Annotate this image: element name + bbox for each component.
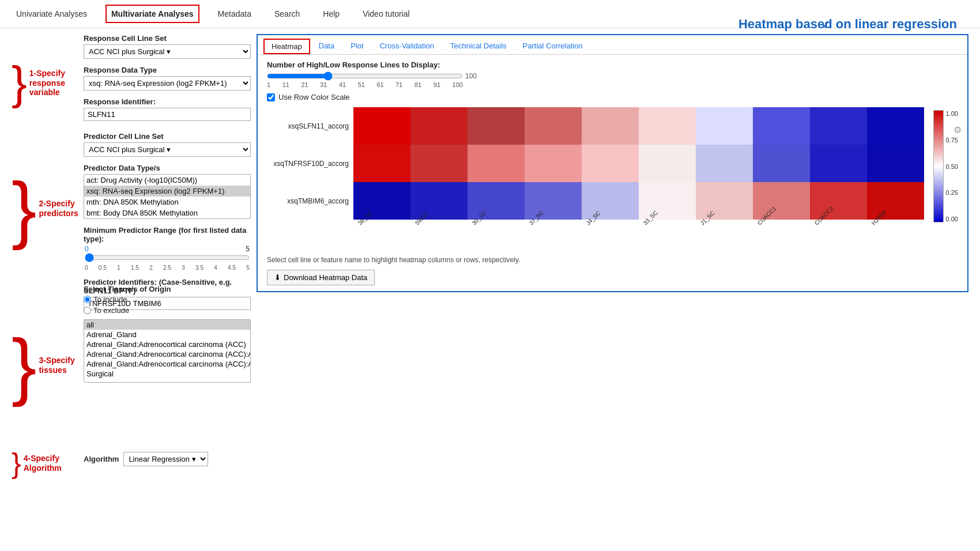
sections-column: } 1-Specifyresponsevariable Response Cel… bbox=[12, 34, 251, 481]
nav-search[interactable]: Search bbox=[270, 6, 304, 22]
algorithm-select[interactable]: Linear Regression ▾ bbox=[123, 452, 208, 466]
color-scale-label: Use Row Color Scale bbox=[278, 93, 350, 101]
response-identifier-group: Response Identifier: bbox=[84, 97, 251, 121]
cell-1-7[interactable] bbox=[753, 145, 810, 182]
heatmap-grid: xsqSLFN11_accorg xsq bbox=[267, 107, 924, 220]
cell-1-5[interactable] bbox=[639, 145, 696, 182]
heatmap-main: xsqSLFN11_accorg xsq bbox=[267, 107, 958, 254]
cell-1-2[interactable] bbox=[468, 145, 525, 182]
cell-0-2[interactable] bbox=[468, 107, 525, 145]
cell-0-8[interactable] bbox=[810, 107, 867, 145]
row-label-2: xsqTMBIM6_accorg bbox=[267, 182, 353, 220]
section-2-wrapper: } 2-Specifypredictors Predictor Cell Lin… bbox=[12, 132, 251, 285]
tissue-adrenal-acc-surgical[interactable]: Adrenal_Gland:Adrenocortical carcinoma (… bbox=[84, 359, 250, 369]
cell-1-8[interactable] bbox=[810, 145, 867, 182]
tab-technical[interactable]: Technical Details bbox=[443, 39, 514, 54]
predictor-data-types-list[interactable]: act: Drug Activity (-log10(IC50M)) xsq: … bbox=[84, 174, 251, 219]
response-identifier-label: Response Identifier: bbox=[84, 97, 251, 106]
section-3-label: } 3-Specifytissues bbox=[12, 285, 78, 446]
cell-1-9[interactable] bbox=[867, 145, 924, 182]
download-heatmap-button[interactable]: ⬇ Download Heatmap Data bbox=[267, 270, 375, 285]
tissue-all[interactable]: all bbox=[84, 320, 250, 330]
tab-heatmap[interactable]: Heatmap bbox=[263, 39, 310, 54]
response-cell-line-group: Response Cell Line Set ACC NCI plus Surg… bbox=[84, 34, 251, 59]
left-panel-section-1: Response Cell Line Set ACC NCI plus Surg… bbox=[78, 34, 251, 132]
predictor-cell-line-select[interactable]: ACC NCI plus Surgical ▾ bbox=[84, 142, 251, 157]
cell-1-1[interactable] bbox=[410, 145, 468, 182]
layout-outer: } 1-Specifyresponsevariable Response Cel… bbox=[12, 34, 251, 481]
cell-0-3[interactable] bbox=[525, 107, 582, 145]
tab-cross-validation[interactable]: Cross-Validation bbox=[372, 39, 442, 54]
legend-val-000: 0.00 bbox=[946, 216, 958, 222]
legend-val-100: 1.00 bbox=[946, 110, 958, 117]
tab-data[interactable]: Data bbox=[311, 39, 342, 54]
cell-0-1[interactable] bbox=[410, 107, 468, 145]
row-label-0: xsqSLFN11_accorg bbox=[267, 107, 353, 145]
right-panel-outer: Heatmap based on linear regression ↙ Hea… bbox=[257, 34, 968, 481]
tab-partial-correlation[interactable]: Partial Correlation bbox=[515, 39, 590, 54]
slider-numbers: 1112131415161718191100 bbox=[267, 81, 463, 88]
section-1-label: } 1-Specifyresponsevariable bbox=[12, 34, 78, 132]
col-label-spacer bbox=[267, 222, 353, 254]
section-3-wrapper: } 3-Specifytissues Select Tissue/s of Or… bbox=[12, 285, 251, 446]
title-arrow: ↙ bbox=[821, 18, 830, 31]
response-data-type-group: Response Data Type xsq: RNA-seq Expressi… bbox=[84, 66, 251, 90]
tissue-adrenal-acc-cell[interactable]: Adrenal_Gland:Adrenocortical carcinoma (… bbox=[84, 349, 250, 359]
min-predictor-slider[interactable] bbox=[85, 253, 250, 262]
cell-1-4[interactable] bbox=[582, 145, 639, 182]
nav-help[interactable]: Help bbox=[318, 6, 344, 22]
response-cell-line-label: Response Cell Line Set bbox=[84, 34, 251, 43]
response-data-type-label: Response Data Type bbox=[84, 66, 251, 74]
predictor-data-types-group: Predictor Data Type/s act: Drug Activity… bbox=[84, 164, 251, 219]
cell-0-5[interactable] bbox=[639, 107, 696, 145]
cell-0-0[interactable] bbox=[353, 107, 410, 145]
tissue-include-radio[interactable]: To include bbox=[84, 295, 251, 304]
response-lines-slider[interactable] bbox=[267, 71, 463, 81]
response-data-type-select[interactable]: xsq: RNA-seq Expression (log2 FPKM+1) bbox=[84, 76, 251, 90]
section-4-text: 4-SpecifyAlgorithm bbox=[24, 454, 62, 473]
tab-plot[interactable]: Plot bbox=[343, 39, 371, 54]
cell-1-0[interactable] bbox=[353, 145, 410, 182]
legend-val-075: 0.75 bbox=[946, 137, 958, 144]
predictor-option-mth[interactable]: mth: DNA 850K Methylation bbox=[84, 197, 250, 207]
cell-0-9[interactable] bbox=[867, 107, 924, 145]
section-4-wrapper: } 4-SpecifyAlgorithm Algorithm Linear Re… bbox=[12, 446, 251, 481]
response-identifier-input[interactable] bbox=[84, 108, 251, 121]
color-scale-checkbox[interactable] bbox=[267, 93, 275, 101]
cell-1-6[interactable] bbox=[696, 145, 753, 182]
cell-0-7[interactable] bbox=[753, 107, 810, 145]
tissue-list[interactable]: all Adrenal_Gland Adrenal_Gland:Adrenoco… bbox=[84, 319, 251, 383]
left-panel-section-2: Predictor Cell Line Set ACC NCI plus Sur… bbox=[78, 132, 251, 285]
section-1-wrapper: } 1-Specifyresponsevariable Response Cel… bbox=[12, 34, 251, 132]
tissue-include-radio-input[interactable] bbox=[84, 296, 91, 303]
min-predictor-slider-container: 0 5 00.511.522.533.544.55 bbox=[84, 245, 251, 271]
tissue-exclude-radio[interactable]: To exclude bbox=[84, 306, 251, 315]
section-2-text: 2-Specifypredictors bbox=[39, 199, 78, 218]
tissue-exclude-label: To exclude bbox=[93, 306, 129, 315]
predictor-option-xsq[interactable]: xsq: RNA-seq Expression (log2 FPKM+1) bbox=[84, 186, 250, 197]
color-scale-row: Use Row Color Scale bbox=[267, 93, 958, 101]
tissue-adrenal-acc[interactable]: Adrenal_Gland:Adrenocortical carcinoma (… bbox=[84, 339, 250, 349]
tissue-surgical[interactable]: Surgical bbox=[84, 369, 250, 379]
nav-univariate[interactable]: Univariate Analyses bbox=[12, 6, 92, 22]
predictor-cell-line-group: Predictor Cell Line Set ACC NCI plus Sur… bbox=[84, 132, 251, 157]
nav-multivariate[interactable]: Multivariate Analyses bbox=[105, 5, 199, 23]
gear-icon[interactable]: ⚙ bbox=[953, 124, 962, 135]
tissue-exclude-radio-input[interactable] bbox=[84, 307, 91, 314]
predictor-option-act[interactable]: act: Drug Activity (-log10(IC50M)) bbox=[84, 175, 250, 186]
nav-metadata[interactable]: Metadata bbox=[213, 6, 256, 22]
predictor-data-types-label: Predictor Data Type/s bbox=[84, 164, 251, 172]
cell-1-3[interactable] bbox=[525, 145, 582, 182]
response-cell-line-select[interactable]: ACC NCI plus Surgical ▾ bbox=[84, 44, 251, 59]
min-predictor-range-group: Minimum Predictor Range (for first liste… bbox=[84, 226, 251, 271]
tissue-adrenal[interactable]: Adrenal_Gland bbox=[84, 330, 250, 339]
cell-0-6[interactable] bbox=[696, 107, 753, 145]
main-layout: } 1-Specifyresponsevariable Response Cel… bbox=[0, 28, 980, 486]
algorithm-row: Algorithm Linear Regression ▾ bbox=[84, 452, 251, 466]
nav-video[interactable]: Video tutorial bbox=[358, 6, 414, 22]
predictor-option-bmt[interactable]: bmt: Body DNA 850K Methylation bbox=[84, 207, 250, 218]
cell-0-4[interactable] bbox=[582, 107, 639, 145]
legend-val-050: 0.50 bbox=[946, 163, 958, 170]
section-4-label: } 4-SpecifyAlgorithm bbox=[12, 446, 78, 481]
section-4-brace: } bbox=[12, 449, 21, 478]
